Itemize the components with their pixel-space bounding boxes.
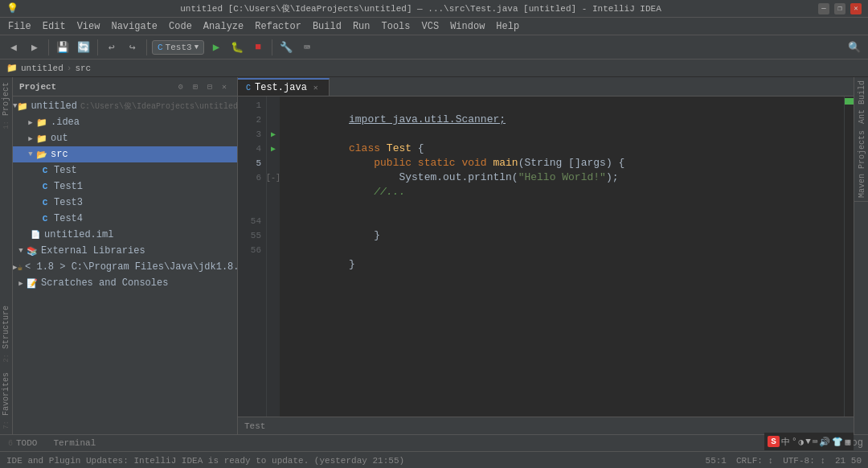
tree-arrow-idea: ▶	[26, 117, 35, 127]
terminal-tab[interactable]: Terminal	[45, 434, 104, 452]
breadcrumb-icon: 📁	[6, 63, 18, 73]
project-panel-title: Project	[19, 82, 56, 92]
line-ending[interactable]: CRLF: ↕	[736, 456, 773, 466]
ant-build-tab[interactable]: Ant Build	[854, 77, 868, 127]
test4-java-icon: C	[39, 212, 51, 225]
menu-tools[interactable]: Tools	[377, 19, 416, 34]
code-line-1: import java.util.Scanner;	[286, 98, 837, 113]
toolbar-separator-1	[48, 39, 49, 55]
debug-button[interactable]: 🐛	[228, 39, 246, 56]
menu-vcs[interactable]: VCS	[417, 19, 444, 34]
tree-item-test[interactable]: C Test	[13, 162, 237, 179]
undo-button[interactable]: ↩	[103, 39, 121, 56]
run-configuration[interactable]: C Test3 ▼	[152, 40, 204, 55]
jdk-icon: ☕	[17, 261, 23, 273]
stop-button[interactable]: ■	[249, 39, 267, 56]
status-message: IDE and Plugin Updates: IntelliJ IDEA is…	[6, 456, 699, 466]
menu-code[interactable]: Code	[164, 19, 197, 34]
idea-folder-icon: 📁	[35, 116, 48, 129]
terminal-button[interactable]: ⌨	[298, 39, 316, 56]
search-everywhere-button[interactable]: 🔍	[845, 39, 863, 56]
menu-bar: File Edit View Navigate Code Analyze Ref…	[0, 18, 868, 35]
minimize-button[interactable]: —	[818, 3, 829, 14]
menu-analyze[interactable]: Analyze	[199, 19, 248, 34]
tray-icon-2: °	[792, 437, 797, 446]
close-panel-icon[interactable]: ✕	[218, 80, 231, 93]
error-stripe	[844, 96, 854, 417]
src-folder-icon: 📂	[35, 148, 48, 161]
maven-tab[interactable]: Maven Projects	[854, 127, 868, 202]
project-tab-button[interactable]: 1: Project	[0, 77, 12, 134]
maximize-button[interactable]: ❐	[834, 3, 845, 14]
menu-refactor[interactable]: Refactor	[250, 19, 306, 34]
tree-item-iml[interactable]: 📄 untitled.iml	[13, 227, 237, 243]
redo-button[interactable]: ↪	[124, 39, 141, 56]
menu-navigate[interactable]: Navigate	[106, 19, 162, 34]
menu-build[interactable]: Build	[308, 19, 346, 34]
run-config-name: Test3	[166, 43, 192, 52]
run-button[interactable]: ▶	[207, 39, 225, 56]
forward-button[interactable]: ▶	[26, 39, 43, 56]
tree-item-test1[interactable]: C Test1	[13, 179, 237, 195]
tree-arrow-scratches: ▶	[16, 278, 26, 288]
menu-view[interactable]: View	[72, 19, 105, 34]
tree-item-external-libs[interactable]: ▼ 📚 External Libraries	[13, 243, 237, 259]
right-tool-window-panel: Ant Build Maven Projects	[854, 77, 868, 434]
tree-item-jdk[interactable]: ▶ ☕ < 1.8 > C:\Program Files\Java\jdk1.8…	[13, 259, 237, 275]
close-button[interactable]: ✕	[850, 3, 862, 14]
menu-file[interactable]: File	[3, 19, 36, 34]
code-content[interactable]: import java.util.Scanner; class Test { p…	[280, 96, 844, 417]
menu-help[interactable]: Help	[491, 19, 524, 34]
ant-build-button[interactable]: 🔧	[277, 39, 295, 56]
breadcrumb-project[interactable]: untitled	[21, 64, 63, 73]
java-file-icon: C	[246, 84, 251, 92]
tab-test-java[interactable]: C Test.java ✕	[238, 78, 330, 96]
tray-icon-4: ▼	[805, 437, 811, 446]
file-encoding[interactable]: UTF-8: ↕	[783, 456, 825, 466]
test3-java-icon: C	[39, 196, 51, 209]
code-editor[interactable]: 1 2 3 4 5 6 54 55 56 ▶ ▶ [-]	[238, 96, 854, 417]
tab-label: Test.java	[255, 82, 307, 93]
cursor-position[interactable]: 55:1	[706, 456, 727, 466]
menu-edit[interactable]: Edit	[38, 19, 71, 34]
menu-run[interactable]: Run	[348, 19, 375, 34]
structure-tab-button[interactable]: 2: Structure	[0, 289, 12, 367]
tree-item-idea[interactable]: ▶ 📁 .idea	[13, 114, 237, 130]
external-libs-icon: 📚	[26, 244, 39, 257]
run-markers-gutter: ▶ ▶ [-]	[267, 96, 280, 417]
tree-item-src[interactable]: ▼ 📂 src	[13, 146, 237, 162]
tree-item-test4[interactable]: C Test4	[13, 211, 237, 227]
iml-file-icon: 📄	[29, 228, 42, 241]
back-button[interactable]: ◀	[5, 39, 23, 56]
system-tray: S 中 ° ◑ ▼ ⌨ 🔊 👕 ▦	[764, 433, 854, 450]
favorites-tab-button[interactable]: 7: Favorites	[0, 367, 12, 434]
toolbar: ◀ ▶ 💾 🔄 ↩ ↪ C Test3 ▼ ▶ 🐛 ■ 🔧 ⌨ 🔍	[0, 35, 868, 60]
todo-tab[interactable]: 6 TODO	[0, 434, 45, 452]
code-line-3: class Test {	[286, 127, 837, 142]
gear-icon[interactable]: ⚙	[174, 80, 187, 93]
editor-area: C Test.java ✕ 1 2 3 4 5 6 54 55 56	[238, 77, 854, 434]
close-tab-button[interactable]: ✕	[311, 83, 321, 92]
test1-java-icon: C	[39, 180, 51, 193]
tree-item-out[interactable]: ▶ 📁 out	[13, 130, 237, 146]
breadcrumb-src[interactable]: src	[75, 64, 91, 73]
synchronize-button[interactable]: 🔄	[75, 39, 92, 56]
app-icon: 💡	[6, 2, 18, 14]
tree-item-untitled[interactable]: ▼ 📁 untitled C:\Users\俊\IdeaProjects\unt…	[13, 98, 237, 114]
title-bar: 💡 untitled [C:\Users\俊\IdeaProjects\unti…	[0, 0, 868, 18]
run-config-icon: C	[158, 43, 163, 52]
bottom-tool-tabs: 6 TODO Terminal ℹ Event Log	[0, 434, 868, 452]
save-all-button[interactable]: 💾	[54, 39, 72, 56]
left-tool-window-tabs: 1: Project 2: Structure 7: Favorites	[0, 77, 13, 434]
toolbar-separator-2	[97, 39, 98, 55]
window-title: untitled [C:\Users\俊\IdeaProjects\untitl…	[23, 2, 818, 14]
expand-all-icon[interactable]: ⊞	[189, 80, 202, 93]
toolbar-separator-3	[146, 39, 147, 55]
collapse-all-icon[interactable]: ⊟	[203, 80, 216, 93]
menu-window[interactable]: Window	[445, 19, 489, 34]
fold-marker[interactable]: [-]	[267, 170, 280, 185]
project-panel-tools: ⚙ ⊞ ⊟ ✕	[174, 80, 231, 93]
project-tree: ▼ 📁 untitled C:\Users\俊\IdeaProjects\unt…	[13, 96, 237, 434]
tree-item-test3[interactable]: C Test3	[13, 195, 237, 211]
tree-item-scratches[interactable]: ▶ 📝 Scratches and Consoles	[13, 275, 237, 291]
